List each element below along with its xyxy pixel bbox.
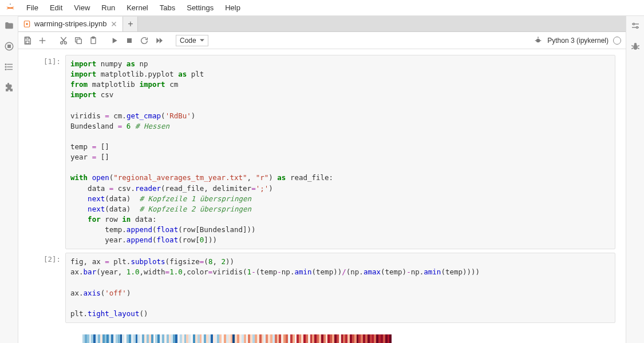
cell-input[interactable]: fig, ax = plt.subplots(figsize=(8, 2)) a…: [65, 253, 615, 323]
notebook-body[interactable]: [1]: import numpy as np import matplotli…: [18, 49, 626, 343]
right-sidebar: [626, 16, 644, 343]
svg-point-6: [5, 64, 6, 65]
notebook-toolbar: Code Python 3 (ipykernel): [18, 32, 626, 49]
prompt: [1]:: [29, 55, 65, 249]
menu-edit[interactable]: Edit: [44, 1, 68, 14]
svg-rect-21: [77, 39, 81, 43]
jupyter-logo: [5, 2, 16, 14]
restart-run-all-button[interactable]: [155, 36, 164, 45]
svg-line-38: [637, 46, 639, 47]
notebook-tab[interactable]: warming-stripes.ipynb: [18, 17, 123, 31]
toc-icon[interactable]: [4, 62, 14, 72]
output-cell: [29, 326, 615, 343]
chart-output: [65, 326, 615, 343]
warming-stripes-chart: [82, 334, 392, 343]
save-button[interactable]: [23, 36, 32, 45]
kernel-idle-icon: [613, 37, 621, 45]
left-sidebar: [0, 16, 18, 343]
menu-kernel[interactable]: Kernel: [121, 1, 154, 14]
extension-icon[interactable]: [4, 82, 14, 93]
svg-rect-2: [7, 45, 10, 48]
svg-point-17: [61, 42, 63, 44]
run-button[interactable]: [110, 36, 119, 45]
code-cell[interactable]: [2]: fig, ax = plt.subplots(figsize=(8, …: [29, 253, 615, 323]
tab-title: warming-stripes.ipynb: [34, 19, 106, 28]
folder-icon[interactable]: [4, 21, 14, 31]
cell-type-select[interactable]: Code: [176, 35, 208, 46]
menu-help[interactable]: Help: [219, 1, 246, 14]
menubar: FileEditViewRunKernelTabsSettingsHelp: [0, 0, 644, 16]
close-icon[interactable]: [110, 20, 118, 28]
menu-settings[interactable]: Settings: [181, 1, 219, 14]
menu-run[interactable]: Run: [96, 1, 121, 14]
menu-view[interactable]: View: [68, 1, 96, 14]
cell-input[interactable]: import numpy as np import matplotlib.pyp…: [65, 55, 615, 249]
svg-point-29: [633, 23, 634, 25]
kernel-name[interactable]: Python 3 (ipykernel): [547, 37, 609, 45]
notebook-icon: [23, 20, 31, 28]
svg-point-36: [634, 43, 637, 46]
svg-point-8: [5, 69, 6, 70]
property-inspector-icon[interactable]: [630, 21, 641, 31]
svg-point-18: [64, 42, 66, 44]
add-cell-button[interactable]: [38, 36, 47, 45]
svg-line-40: [637, 48, 639, 49]
code-cell[interactable]: [1]: import numpy as np import matplotli…: [29, 55, 615, 249]
svg-point-30: [636, 27, 638, 29]
copy-button[interactable]: [74, 36, 83, 45]
svg-line-39: [631, 48, 633, 49]
kernel-status[interactable]: Python 3 (ipykernel): [534, 36, 621, 45]
main-area: warming-stripes.ipynb + Code Python 3 (i…: [18, 16, 626, 343]
cut-button[interactable]: [59, 36, 68, 45]
interrupt-button[interactable]: [125, 36, 134, 45]
menu-tabs[interactable]: Tabs: [154, 1, 181, 14]
paste-button[interactable]: [89, 36, 98, 45]
svg-rect-24: [127, 38, 132, 43]
new-launcher-button[interactable]: +: [123, 17, 138, 31]
debugger-icon[interactable]: [630, 41, 641, 51]
svg-line-37: [631, 46, 633, 47]
tabbar: warming-stripes.ipynb +: [18, 16, 626, 32]
svg-rect-13: [26, 37, 29, 39]
svg-point-0: [10, 3, 11, 5]
svg-point-25: [536, 38, 540, 42]
bug-icon[interactable]: [534, 36, 543, 45]
svg-point-7: [5, 66, 6, 67]
svg-point-10: [26, 23, 28, 25]
cell-type-value: Code: [180, 37, 196, 45]
running-icon[interactable]: [4, 41, 14, 51]
restart-button[interactable]: [140, 36, 149, 45]
prompt: [2]:: [29, 253, 65, 323]
menu-file[interactable]: File: [21, 1, 44, 14]
svg-rect-14: [26, 41, 29, 43]
